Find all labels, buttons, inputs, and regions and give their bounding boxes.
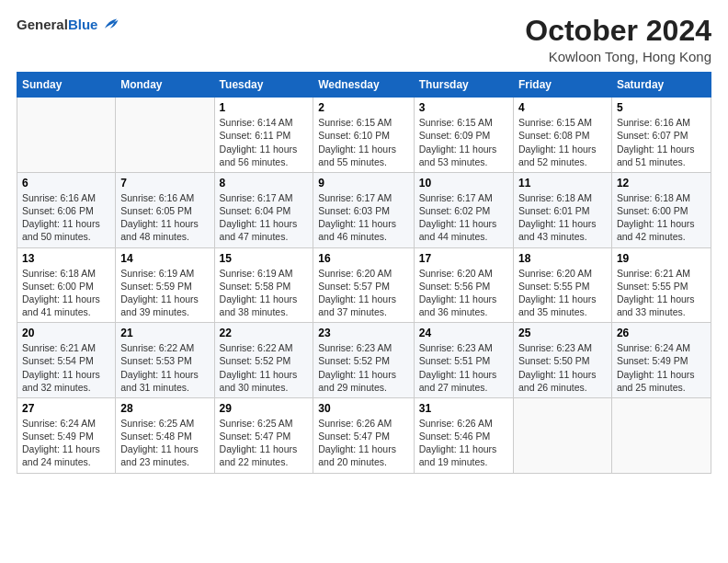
day-info: Sunrise: 6:20 AMSunset: 5:55 PMDaylight:… [518,267,607,319]
day-info: Sunrise: 6:18 AMSunset: 6:00 PMDaylight:… [22,267,110,319]
day-number: 31 [419,402,508,415]
day-number: 23 [318,327,408,339]
day-number: 1 [220,101,309,114]
calendar-cell: 5Sunrise: 6:16 AMSunset: 6:07 PMDaylight… [611,98,711,173]
day-number: 15 [220,252,309,265]
day-number: 30 [318,402,408,415]
day-number: 25 [518,327,607,339]
day-number: 8 [220,177,309,190]
calendar-cell: 16Sunrise: 6:20 AMSunset: 5:57 PMDayligh… [313,247,414,323]
calendar-week-row: 1Sunrise: 6:14 AMSunset: 6:11 PMDaylight… [17,98,711,173]
day-info: Sunrise: 6:26 AMSunset: 5:46 PMDaylight:… [419,417,508,469]
calendar-cell [513,397,611,473]
day-info: Sunrise: 6:20 AMSunset: 5:56 PMDaylight:… [419,267,508,319]
day-number: 2 [318,101,408,114]
calendar-cell: 10Sunrise: 6:17 AMSunset: 6:02 PMDayligh… [414,172,513,247]
day-number: 17 [419,252,508,265]
calendar-week-row: 27Sunrise: 6:24 AMSunset: 5:49 PMDayligh… [17,397,711,473]
day-number: 21 [120,327,209,339]
day-number: 10 [419,177,508,190]
calendar-cell: 20Sunrise: 6:21 AMSunset: 5:54 PMDayligh… [17,323,116,398]
day-number: 27 [22,402,110,415]
calendar-cell: 15Sunrise: 6:19 AMSunset: 5:58 PMDayligh… [214,247,313,323]
day-info: Sunrise: 6:26 AMSunset: 5:47 PMDaylight:… [318,417,408,469]
page-header: GeneralBlue October 2024 Kowloon Tong, H… [17,15,711,64]
day-info: Sunrise: 6:18 AMSunset: 6:01 PMDaylight:… [518,191,607,244]
weekday-header-sunday: Sunday [17,73,116,98]
calendar-table: SundayMondayTuesdayWednesdayThursdayFrid… [17,72,711,473]
calendar-cell: 19Sunrise: 6:21 AMSunset: 5:55 PMDayligh… [611,247,711,323]
weekday-header-row: SundayMondayTuesdayWednesdayThursdayFrid… [17,73,711,98]
day-info: Sunrise: 6:16 AMSunset: 6:05 PMDaylight:… [120,191,209,244]
calendar-cell: 25Sunrise: 6:23 AMSunset: 5:50 PMDayligh… [513,323,611,398]
day-info: Sunrise: 6:25 AMSunset: 5:48 PMDaylight:… [120,417,209,469]
calendar-cell: 14Sunrise: 6:19 AMSunset: 5:59 PMDayligh… [116,247,214,323]
calendar-cell: 21Sunrise: 6:22 AMSunset: 5:53 PMDayligh… [116,323,214,398]
calendar-cell: 11Sunrise: 6:18 AMSunset: 6:01 PMDayligh… [513,172,611,247]
day-number: 11 [518,177,607,190]
day-info: Sunrise: 6:21 AMSunset: 5:54 PMDaylight:… [22,341,110,394]
day-number: 22 [220,327,309,339]
day-info: Sunrise: 6:15 AMSunset: 6:09 PMDaylight:… [419,116,508,168]
day-number: 26 [617,327,706,339]
calendar-cell: 18Sunrise: 6:20 AMSunset: 5:55 PMDayligh… [513,247,611,323]
day-info: Sunrise: 6:22 AMSunset: 5:52 PMDaylight:… [220,341,309,394]
day-number: 29 [220,402,309,415]
location: Kowloon Tong, Hong Kong [525,49,711,64]
calendar-week-row: 13Sunrise: 6:18 AMSunset: 6:00 PMDayligh… [17,247,711,323]
logo-bird-icon [99,15,119,35]
logo-general: General [17,17,68,32]
calendar-cell: 12Sunrise: 6:18 AMSunset: 6:00 PMDayligh… [611,172,711,247]
calendar-cell: 28Sunrise: 6:25 AMSunset: 5:48 PMDayligh… [116,397,214,473]
calendar-cell: 26Sunrise: 6:24 AMSunset: 5:49 PMDayligh… [611,323,711,398]
logo: GeneralBlue [17,15,119,35]
day-info: Sunrise: 6:24 AMSunset: 5:49 PMDaylight:… [617,341,706,394]
calendar-cell: 7Sunrise: 6:16 AMSunset: 6:05 PMDaylight… [116,172,214,247]
day-number: 13 [22,252,110,265]
day-info: Sunrise: 6:16 AMSunset: 6:07 PMDaylight:… [617,116,706,168]
title-area: October 2024 Kowloon Tong, Hong Kong [525,15,711,64]
weekday-header-tuesday: Tuesday [214,73,313,98]
day-info: Sunrise: 6:14 AMSunset: 6:11 PMDaylight:… [220,116,309,168]
calendar-cell: 6Sunrise: 6:16 AMSunset: 6:06 PMDaylight… [17,172,116,247]
calendar-cell: 29Sunrise: 6:25 AMSunset: 5:47 PMDayligh… [214,397,313,473]
day-info: Sunrise: 6:17 AMSunset: 6:03 PMDaylight:… [318,191,408,244]
calendar-cell: 31Sunrise: 6:26 AMSunset: 5:46 PMDayligh… [414,397,513,473]
calendar-cell: 13Sunrise: 6:18 AMSunset: 6:00 PMDayligh… [17,247,116,323]
day-number: 19 [617,252,706,265]
calendar-cell: 30Sunrise: 6:26 AMSunset: 5:47 PMDayligh… [313,397,414,473]
day-number: 7 [120,177,209,190]
weekday-header-thursday: Thursday [414,73,513,98]
day-info: Sunrise: 6:19 AMSunset: 5:59 PMDaylight:… [120,267,209,319]
day-info: Sunrise: 6:19 AMSunset: 5:58 PMDaylight:… [220,267,309,319]
day-info: Sunrise: 6:15 AMSunset: 6:08 PMDaylight:… [518,116,607,168]
day-info: Sunrise: 6:17 AMSunset: 6:02 PMDaylight:… [419,191,508,244]
day-number: 4 [518,101,607,114]
calendar-cell: 24Sunrise: 6:23 AMSunset: 5:51 PMDayligh… [414,323,513,398]
day-number: 24 [419,327,508,339]
day-info: Sunrise: 6:16 AMSunset: 6:06 PMDaylight:… [22,191,110,244]
day-number: 12 [617,177,706,190]
weekday-header-saturday: Saturday [611,73,711,98]
day-number: 3 [419,101,508,114]
calendar-cell: 17Sunrise: 6:20 AMSunset: 5:56 PMDayligh… [414,247,513,323]
day-number: 16 [318,252,408,265]
day-number: 28 [120,402,209,415]
calendar-cell [611,397,711,473]
calendar-cell: 22Sunrise: 6:22 AMSunset: 5:52 PMDayligh… [214,323,313,398]
day-info: Sunrise: 6:22 AMSunset: 5:53 PMDaylight:… [120,341,209,394]
weekday-header-friday: Friday [513,73,611,98]
calendar-week-row: 20Sunrise: 6:21 AMSunset: 5:54 PMDayligh… [17,323,711,398]
calendar-cell: 2Sunrise: 6:15 AMSunset: 6:10 PMDaylight… [313,98,414,173]
calendar-cell: 3Sunrise: 6:15 AMSunset: 6:09 PMDaylight… [414,98,513,173]
day-number: 5 [617,101,706,114]
calendar-cell: 23Sunrise: 6:23 AMSunset: 5:52 PMDayligh… [313,323,414,398]
calendar-cell: 1Sunrise: 6:14 AMSunset: 6:11 PMDaylight… [214,98,313,173]
day-info: Sunrise: 6:23 AMSunset: 5:51 PMDaylight:… [419,341,508,394]
day-info: Sunrise: 6:15 AMSunset: 6:10 PMDaylight:… [318,116,408,168]
calendar-week-row: 6Sunrise: 6:16 AMSunset: 6:06 PMDaylight… [17,172,711,247]
calendar-cell: 9Sunrise: 6:17 AMSunset: 6:03 PMDaylight… [313,172,414,247]
day-info: Sunrise: 6:18 AMSunset: 6:00 PMDaylight:… [617,191,706,244]
day-info: Sunrise: 6:21 AMSunset: 5:55 PMDaylight:… [617,267,706,319]
calendar-cell [17,98,116,173]
